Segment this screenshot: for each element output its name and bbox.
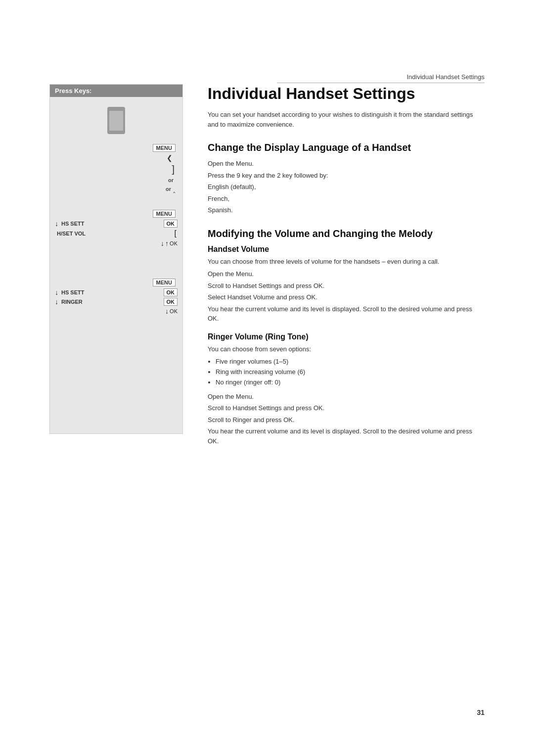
or-row-2: or ‸ xyxy=(55,185,178,193)
or-label-1: or xyxy=(168,177,174,183)
page-number: 31 xyxy=(477,709,485,716)
hs-sett-label-2: HS SETT xyxy=(59,289,164,295)
ok-key-2: OK xyxy=(170,240,178,246)
phone-icon-area xyxy=(55,102,178,144)
hset-vol-row: H/SET VOL [ xyxy=(55,229,178,238)
page-title: Individual Handset Settings xyxy=(208,84,485,103)
bullet-item-2: Ring with increasing volume (6) xyxy=(216,367,485,378)
section1-line-5: Spanish. xyxy=(208,205,485,215)
arrow-down-icon-4: ↓ xyxy=(55,298,58,306)
section2-heading: Modifying the Volume and Changing the Me… xyxy=(208,227,485,240)
or-label-2: or xyxy=(166,186,171,192)
bullet-item-3: No ringer (ringer off: 0) xyxy=(216,378,485,388)
intro-text: You can set your handset according to yo… xyxy=(208,110,485,129)
arrow-down-icon-2: ↓ xyxy=(161,239,164,247)
bracket-row: ] xyxy=(55,164,178,175)
page-header: Individual Handset Settings xyxy=(277,73,485,83)
bracket-symbol: ] xyxy=(172,164,175,175)
phone-icon-inner xyxy=(109,111,123,131)
ok-key-4: OK xyxy=(164,298,178,306)
subsection2-intro: You can choose from seven options: xyxy=(208,344,485,354)
ringer-label: RINGER xyxy=(59,299,164,305)
section1-line-2: Press the 9 key and the 2 key followed b… xyxy=(208,171,485,181)
arrow-down-icon-5: ↓ xyxy=(165,307,169,315)
subsection1-heading: Handset Volume xyxy=(208,245,485,254)
section1-line-1: Open the Menu. xyxy=(208,159,485,169)
menu-key-row-2: MENU xyxy=(55,210,178,218)
ringer-row: ↓ RINGER OK xyxy=(55,298,178,306)
bullet-item-1: Five ringer volumes (1–5) xyxy=(216,357,485,367)
subsection2-line-4: You hear the current volume and its leve… xyxy=(208,426,485,446)
menu-key-3: MENU xyxy=(153,279,176,286)
menu-key-1: MENU xyxy=(153,144,176,152)
left-arrow-icon: ❮ xyxy=(167,154,173,162)
subsection1-line-2: Scroll to Handset Settings and press OK. xyxy=(208,281,485,291)
section1-line-3: English (default), xyxy=(208,182,485,192)
arrow-down-icon-3: ↓ xyxy=(55,288,58,296)
press-keys-body: MENU ❮ ] or or ‸ MENU ↓ xyxy=(50,97,182,433)
subsection2-line-2: Scroll to Handset Settings and press OK. xyxy=(208,403,485,413)
press-keys-panel: Press Keys: MENU ❮ ] or o xyxy=(49,84,183,434)
ok-key-1: OK xyxy=(164,220,178,228)
subsection1-line-3: Select Handset Volume and press OK. xyxy=(208,292,485,302)
content-area: Individual Handset Settings You can set … xyxy=(208,84,485,449)
subsection1-intro: You can choose from three levels of volu… xyxy=(208,257,485,267)
header-title: Individual Handset Settings xyxy=(406,73,485,81)
section1-heading: Change the Display Language of a Handset xyxy=(208,141,485,154)
left-arrow-row: ❮ xyxy=(55,154,178,162)
or-row-1: or xyxy=(55,177,178,183)
subsection1-line-1: Open the Menu. xyxy=(208,269,485,279)
hset-vol-label: H/SET VOL xyxy=(55,231,175,236)
ok-key-5: OK xyxy=(170,308,178,314)
arrows-ok-row: ↓ ↑ OK xyxy=(55,239,178,247)
menu-key-row-1: MENU xyxy=(55,144,178,152)
chevron-up-icon: ‸ xyxy=(173,185,176,193)
hs-sett-label: HS SETT xyxy=(59,221,164,227)
subsection1-line-4: You hear the current volume and its leve… xyxy=(208,304,485,324)
subsection2-bullet-list: Five ringer volumes (1–5) Ring with incr… xyxy=(216,357,485,387)
hs-sett-ringer-row: ↓ HS SETT OK xyxy=(55,288,178,296)
menu-key-2: MENU xyxy=(153,210,176,218)
subsection2-line-3: Scroll to Ringer and press OK. xyxy=(208,415,485,425)
subsection2-line-1: Open the Menu. xyxy=(208,392,485,402)
arrow-up-icon: ↑ xyxy=(165,239,169,247)
section1-line-4: French, xyxy=(208,194,485,204)
phone-icon xyxy=(107,107,125,134)
down-ok-row: ↓ OK xyxy=(55,307,178,315)
hs-sett-row: ↓ HS SETT OK xyxy=(55,220,178,228)
bracket-open: [ xyxy=(175,229,177,238)
menu-key-row-3: MENU xyxy=(55,279,178,286)
subsection2-heading: Ringer Volume (Ring Tone) xyxy=(208,332,485,341)
arrow-down-icon-1: ↓ xyxy=(55,220,58,228)
ok-key-3: OK xyxy=(164,288,178,296)
press-keys-header: Press Keys: xyxy=(50,85,182,97)
